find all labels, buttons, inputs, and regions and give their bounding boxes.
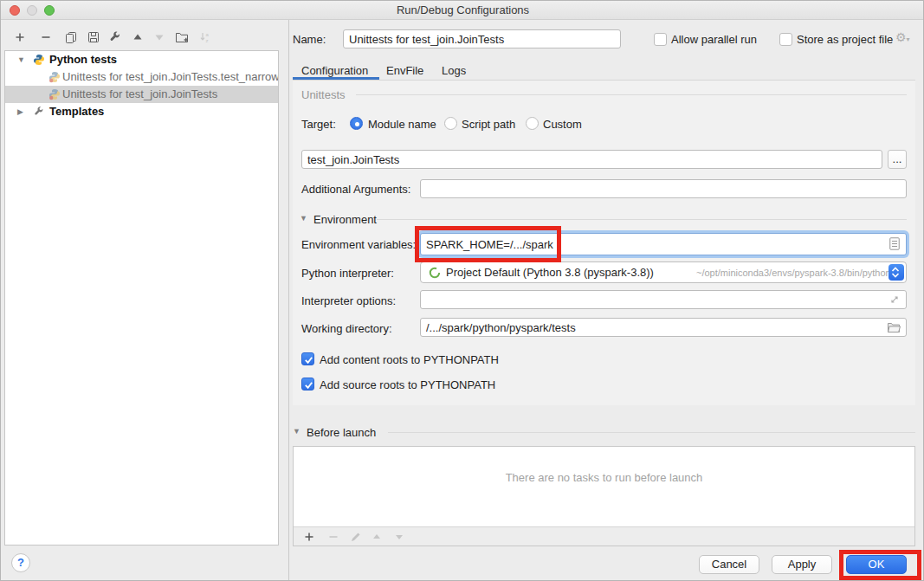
- interpreter-name: Project Default (Python 3.8 (pyspark-3.8…: [446, 266, 654, 279]
- add-configuration-icon[interactable]: [13, 30, 27, 44]
- python-interpreter-select[interactable]: Project Default (Python 3.8 (pyspark-3.8…: [420, 261, 907, 283]
- before-launch-task-list: There are no tasks to run before launch: [293, 446, 915, 546]
- tree-item-python-tests[interactable]: ▼ Python tests: [5, 51, 278, 68]
- ok-button[interactable]: OK: [846, 555, 907, 574]
- sort-configurations-icon[interactable]: az: [198, 30, 212, 44]
- radio-custom[interactable]: [526, 117, 539, 130]
- remove-configuration-icon[interactable]: [39, 30, 53, 44]
- create-folder-icon[interactable]: [175, 30, 189, 44]
- apply-button[interactable]: Apply: [772, 555, 832, 574]
- wrench-icon: [33, 106, 45, 123]
- titlebar: Run/Debug Configurations: [1, 1, 924, 20]
- target-label: Target:: [301, 118, 336, 132]
- cancel-button[interactable]: Cancel: [699, 555, 759, 574]
- section-divider: [377, 219, 907, 220]
- interpreter-path: ~/opt/miniconda3/envs/pyspark-3.8/bin/py…: [696, 268, 891, 278]
- before-launch-toolbar: [294, 526, 914, 545]
- tree-item-unittests-test-narrow[interactable]: Unittests for test_join.JoinTests.test_n…: [5, 68, 278, 86]
- interpreter-options-input[interactable]: [420, 290, 907, 309]
- name-label: Name:: [293, 33, 326, 47]
- move-down-icon[interactable]: [152, 30, 166, 44]
- run-debug-configurations-dialog: Run/Debug Configurations az ▼ Python tes…: [0, 0, 924, 581]
- move-task-up-icon[interactable]: [370, 530, 384, 544]
- working-directory-input[interactable]: [420, 318, 907, 337]
- store-as-project-file-label[interactable]: Store as project file: [797, 33, 893, 47]
- name-input[interactable]: [343, 29, 621, 48]
- tree-item-label[interactable]: Templates: [49, 103, 104, 120]
- folder-browse-icon[interactable]: [887, 322, 901, 336]
- radio-module-name[interactable]: [350, 117, 363, 130]
- conda-env-icon: [429, 267, 441, 281]
- move-up-icon[interactable]: [131, 30, 145, 44]
- before-launch-header[interactable]: Before launch: [307, 426, 376, 440]
- help-button[interactable]: ?: [11, 553, 30, 572]
- unittests-section-title: Unittests: [301, 88, 346, 102]
- add-source-roots-label[interactable]: Add source roots to PYTHONPATH: [320, 378, 495, 392]
- edit-task-icon[interactable]: [349, 530, 363, 544]
- tab-logs[interactable]: Logs: [442, 62, 466, 80]
- edit-templates-icon[interactable]: [108, 30, 122, 44]
- svg-text:z: z: [206, 38, 209, 43]
- add-task-icon[interactable]: [302, 530, 316, 544]
- remove-task-icon[interactable]: [326, 530, 340, 544]
- radio-module-name-label[interactable]: Module name: [368, 118, 436, 132]
- panel-splitter[interactable]: [288, 20, 289, 581]
- tree-item-label[interactable]: Unittests for test_join.JoinTests.test_n…: [62, 68, 279, 86]
- window-title: Run/Debug Configurations: [1, 1, 924, 20]
- additional-arguments-label: Additional Arguments:: [301, 183, 410, 197]
- interpreter-options-label: Interpreter options:: [301, 294, 396, 308]
- section-divider: [356, 94, 907, 95]
- expand-field-icon[interactable]: [888, 294, 901, 308]
- environment-section-header[interactable]: Environment: [313, 213, 377, 227]
- store-options-gear-icon[interactable]: ⚙▾: [895, 30, 910, 44]
- move-task-down-icon[interactable]: [392, 530, 406, 544]
- save-configuration-icon[interactable]: [87, 30, 100, 44]
- working-directory-label: Working directory:: [301, 322, 392, 336]
- allow-parallel-run-label[interactable]: Allow parallel run: [671, 33, 757, 47]
- section-divider: [388, 432, 915, 433]
- svg-text:a: a: [206, 32, 210, 37]
- add-content-roots-checkbox[interactable]: [301, 352, 314, 365]
- radio-script-path-label[interactable]: Script path: [462, 118, 515, 132]
- copy-configuration-icon[interactable]: [64, 30, 78, 44]
- tree-item-label[interactable]: Python tests: [49, 51, 117, 68]
- browse-target-button[interactable]: ...: [888, 150, 907, 169]
- add-content-roots-label[interactable]: Add content roots to PYTHONPATH: [320, 353, 499, 367]
- radio-script-path[interactable]: [444, 117, 457, 130]
- radio-custom-label[interactable]: Custom: [543, 118, 582, 132]
- environment-variables-label: Environment variables:: [301, 238, 416, 252]
- tab-envfile[interactable]: EnvFile: [386, 62, 423, 80]
- before-launch-collapse-icon[interactable]: ▼: [293, 427, 300, 436]
- before-launch-empty-text: There are no tasks to run before launch: [294, 471, 914, 484]
- additional-arguments-input[interactable]: [420, 179, 907, 198]
- dropdown-stepper-icon[interactable]: [888, 264, 904, 281]
- tree-item-unittests-jointests-selected[interactable]: Unittests for test_join.JoinTests: [5, 86, 278, 103]
- environment-collapse-icon[interactable]: ▼: [300, 214, 307, 223]
- python-interpreter-label: Python interpreter:: [301, 267, 394, 281]
- allow-parallel-run-checkbox[interactable]: [654, 33, 667, 46]
- store-as-project-file-checkbox[interactable]: [779, 33, 792, 46]
- chevron-closed-icon[interactable]: ▶: [17, 103, 23, 120]
- add-source-roots-checkbox[interactable]: [301, 378, 314, 391]
- target-input[interactable]: [301, 150, 882, 169]
- configurations-tree: ▼ Python tests Unittests for test_join.J…: [4, 50, 279, 545]
- tree-item-label[interactable]: Unittests for test_join.JoinTests: [62, 86, 217, 103]
- chevron-open-icon[interactable]: ▼: [17, 51, 25, 68]
- tree-item-templates[interactable]: ▶ Templates: [5, 103, 278, 120]
- environment-variables-input[interactable]: [420, 233, 907, 255]
- env-variables-list-icon[interactable]: [889, 237, 900, 253]
